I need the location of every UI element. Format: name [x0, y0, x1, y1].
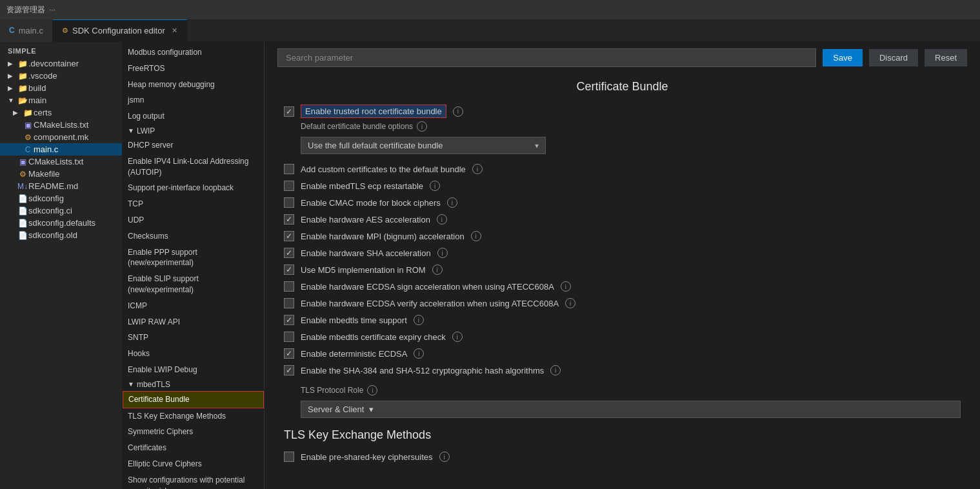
config-item-checksums[interactable]: Checksums: [123, 228, 264, 245]
checkbox-hw-mpi[interactable]: ✓: [284, 231, 294, 241]
checkbox-md5-rom[interactable]: ✓: [284, 264, 294, 275]
sidebar-label: main.c: [34, 145, 122, 154]
option-label: Enable deterministic ECDSA: [301, 349, 407, 359]
info-icon[interactable]: i: [430, 181, 440, 191]
config-item-symmetric[interactable]: Symmetric Ciphers: [123, 424, 264, 440]
discard-button[interactable]: Discard: [869, 49, 918, 66]
checkbox-deterministic-ecdsa[interactable]: ✓: [284, 348, 294, 359]
info-icon[interactable]: i: [471, 231, 481, 241]
info-icon[interactable]: i: [432, 264, 443, 275]
info-icon[interactable]: i: [452, 332, 463, 342]
config-item-hooks[interactable]: Hooks: [123, 346, 264, 362]
config-item-icmp[interactable]: ICMP: [123, 298, 264, 314]
config-item-ipv4[interactable]: Enable IPV4 Link-Local Addressing (AUTOI…: [123, 154, 264, 181]
config-section-mbedtls[interactable]: ▼ mbedTLS: [123, 378, 264, 391]
config-item-heap[interactable]: Heap memory debugging: [123, 77, 264, 93]
config-item-ppp[interactable]: Enable PPP support (new/experimental): [123, 245, 264, 272]
info-icon[interactable]: i: [414, 348, 424, 359]
sidebar-label: sdkconfig.ci: [28, 206, 122, 215]
info-icon-tls-role[interactable]: i: [367, 385, 377, 395]
tab-sdk-config[interactable]: ⚙ SDK Configuration editor ✕: [53, 19, 187, 42]
sidebar-item-devcontainer[interactable]: ▶ 📁 .devcontainer: [0, 57, 122, 70]
config-item-modbus[interactable]: Modbus configuration: [123, 45, 264, 61]
sidebar-item-readme[interactable]: M↓ README.md: [0, 180, 122, 192]
tls-role-dropdown[interactable]: Server & Client ▾: [301, 401, 961, 418]
option-label: Enable hardware AES acceleration: [301, 215, 430, 225]
checkbox-add-custom[interactable]: [284, 164, 294, 174]
sidebar-item-main-c[interactable]: C main.c: [0, 143, 122, 155]
sidebar-item-sdkconfig-defaults[interactable]: 📄 sdkconfig.defaults: [0, 217, 122, 229]
info-icon[interactable]: i: [437, 214, 447, 225]
config-section-lwip[interactable]: ▼ LWIP: [123, 125, 264, 137]
checkbox-ecdsa-verify[interactable]: [284, 298, 294, 308]
sidebar-tree: ▶ 📁 .devcontainer ▶ 📁 .vscode ▶ 📁 build …: [0, 57, 122, 489]
reset-button[interactable]: Reset: [925, 49, 967, 66]
tls-section-title: TLS Key Exchange Methods: [284, 428, 961, 442]
sidebar-item-certs[interactable]: ▶ 📁 certs: [0, 106, 122, 119]
save-button[interactable]: Save: [823, 49, 863, 66]
checkbox-psk[interactable]: [284, 452, 294, 462]
config-item-show-security[interactable]: Show configurations with potential secur…: [123, 472, 264, 489]
folder-open-icon: 📂: [17, 96, 28, 105]
info-icon[interactable]: i: [472, 164, 483, 174]
info-icon[interactable]: i: [437, 248, 448, 258]
sidebar-item-cmakelists-main[interactable]: ▣ CMakeLists.txt: [0, 119, 122, 131]
checkbox-mbedtls-ecp[interactable]: [284, 181, 294, 191]
sidebar-item-component-mk[interactable]: ⚙ component.mk: [0, 131, 122, 143]
options-list: Add custom certificates to the default b…: [284, 161, 961, 379]
sidebar-item-vscode[interactable]: ▶ 📁 .vscode: [0, 70, 122, 82]
checkbox-trusted[interactable]: ✓: [284, 106, 294, 117]
option-row: ✓Use MD5 implementation in ROMi: [284, 261, 961, 278]
config-item-sntp[interactable]: SNTP: [123, 330, 264, 346]
checkbox-hw-aes[interactable]: ✓: [284, 214, 294, 225]
checkbox-mbedtls-time[interactable]: ✓: [284, 315, 294, 325]
config-item-cert-bundle[interactable]: Certificate Bundle: [123, 391, 264, 408]
sidebar-item-build[interactable]: ▶ 📁 build: [0, 82, 122, 94]
config-item-lwip-raw[interactable]: LWIP RAW API: [123, 314, 264, 330]
sidebar-item-sdkconfig-old[interactable]: 📄 sdkconfig.old: [0, 229, 122, 241]
tab-main-c[interactable]: C main.c: [0, 19, 53, 42]
config-item-tls-key[interactable]: TLS Key Exchange Methods: [123, 408, 264, 424]
sidebar-item-main[interactable]: ▼ 📂 main: [0, 94, 122, 106]
sidebar-item-sdkconfig-ci[interactable]: 📄 sdkconfig.ci: [0, 205, 122, 217]
more-options[interactable]: ···: [49, 5, 55, 14]
search-input[interactable]: [277, 48, 816, 67]
config-item-certificates[interactable]: Certificates: [123, 440, 264, 456]
option-row: ✓Enable mbedtls time supporti: [284, 312, 961, 328]
info-icon-psk[interactable]: i: [439, 452, 450, 462]
info-icon[interactable]: i: [447, 197, 457, 208]
tab-close-icon[interactable]: ✕: [172, 26, 177, 35]
info-icon-trusted[interactable]: i: [453, 106, 463, 117]
option-label: Add custom certificates to the default b…: [301, 165, 466, 174]
config-item-tcp[interactable]: TCP: [123, 196, 264, 212]
config-item-freertos[interactable]: FreeRTOS: [123, 61, 264, 77]
bundle-dropdown[interactable]: Use the full default certificate bundle …: [301, 137, 546, 154]
default-bundle-label: Default certificate bundle options i: [284, 121, 961, 132]
option-label: Use MD5 implementation in ROM: [301, 265, 426, 275]
option-row: Enable hardware ECDSA sign acceleration …: [284, 278, 961, 295]
info-icon-default-bundle[interactable]: i: [417, 121, 427, 132]
checkbox-sha-384-512[interactable]: ✓: [284, 365, 294, 375]
sidebar-item-makefile[interactable]: ⚙ Makefile: [0, 168, 122, 180]
option-row: ✓Enable hardware MPI (bignum) accelerati…: [284, 228, 961, 245]
checkbox-ecdsa-sign[interactable]: [284, 281, 294, 292]
config-item-jsmn[interactable]: jsmn: [123, 92, 264, 108]
checkbox-cert-expiry[interactable]: [284, 332, 294, 342]
checkbox-hw-sha[interactable]: ✓: [284, 248, 294, 258]
sidebar-item-sdkconfig[interactable]: 📄 sdkconfig: [0, 192, 122, 205]
info-icon[interactable]: i: [414, 315, 424, 325]
option-row: ✓Enable the SHA-384 and SHA-512 cryptogr…: [284, 362, 961, 379]
sidebar-label: sdkconfig: [28, 194, 122, 203]
info-icon[interactable]: i: [565, 298, 575, 308]
config-item-loopback[interactable]: Support per-interface loopback: [123, 180, 264, 196]
config-item-lwip-debug[interactable]: Enable LWIP Debug: [123, 362, 264, 378]
checkbox-cmac[interactable]: [284, 197, 294, 208]
config-item-log[interactable]: Log output: [123, 108, 264, 125]
info-icon[interactable]: i: [561, 281, 571, 292]
config-item-udp[interactable]: UDP: [123, 212, 264, 228]
config-item-dhcp[interactable]: DHCP server: [123, 137, 264, 154]
sidebar-item-cmakelists-root[interactable]: ▣ CMakeLists.txt: [0, 155, 122, 168]
config-item-slip[interactable]: Enable SLIP support (new/experimental): [123, 271, 264, 298]
info-icon[interactable]: i: [550, 365, 561, 375]
config-item-elliptic[interactable]: Elliptic Curve Ciphers: [123, 456, 264, 472]
